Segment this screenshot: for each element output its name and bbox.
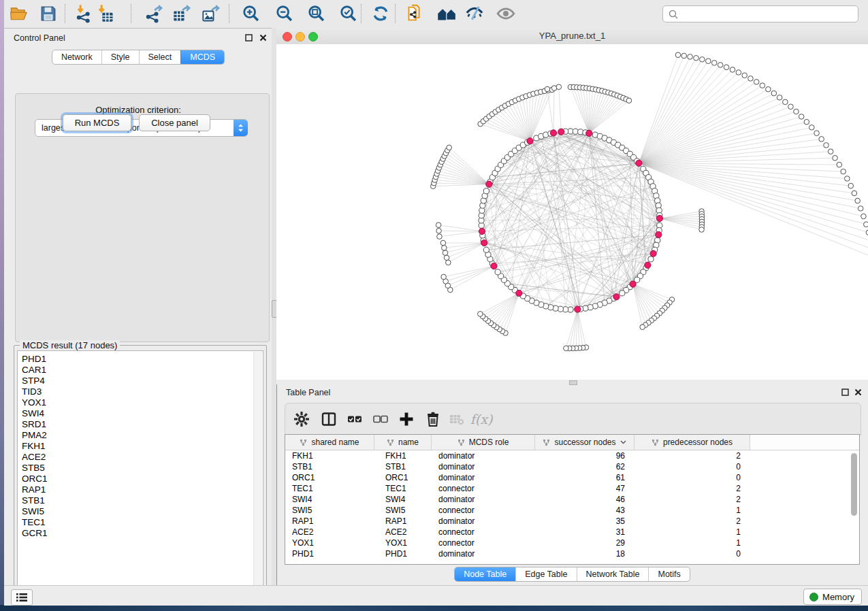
delete-columns-button[interactable]	[422, 408, 444, 430]
graph-leaf-node[interactable]	[809, 125, 815, 131]
graph-leaf-node[interactable]	[845, 176, 850, 182]
table-row[interactable]: RAP1RAP1dominator352	[285, 516, 859, 527]
tab-style[interactable]: Style	[101, 50, 139, 64]
graph-leaf-node[interactable]	[788, 104, 794, 110]
table-row[interactable]: SWI5SWI5connector431	[285, 505, 859, 516]
table-row[interactable]: ACE2ACE2connector311	[285, 527, 859, 538]
mcds-list-scrollbar[interactable]	[253, 352, 262, 593]
graph-leaf-node[interactable]	[783, 99, 788, 105]
mcds-result-item[interactable]: FKH1	[18, 441, 263, 452]
network-canvas[interactable]	[276, 44, 868, 380]
graph-leaf-node[interactable]	[855, 198, 861, 203]
graph-hub-node[interactable]	[481, 240, 487, 246]
first-neighbors-button[interactable]	[436, 2, 459, 25]
mcds-result-item[interactable]: STB5	[18, 463, 263, 474]
run-mcds-button[interactable]: Run MCDS	[63, 114, 131, 131]
mcds-result-item[interactable]: SWI5	[18, 506, 263, 517]
graph-leaf-node[interactable]	[819, 137, 824, 142]
import-table-button[interactable]	[94, 2, 117, 25]
function-builder-button[interactable]: f(x)	[470, 408, 492, 430]
graph-leaf-node[interactable]	[833, 155, 838, 161]
close-panel-button[interactable]: Close panel	[139, 114, 210, 131]
tab-node-table[interactable]: Node Table	[455, 567, 515, 581]
graph-leaf-node[interactable]	[837, 162, 842, 167]
tab-network[interactable]: Network	[52, 50, 101, 64]
graph-leaf-node[interactable]	[718, 63, 723, 68]
graph-hub-node[interactable]	[650, 250, 656, 257]
graph-hub-node[interactable]	[575, 306, 581, 312]
graph-leaf-node[interactable]	[760, 83, 765, 88]
graph-leaf-node[interactable]	[711, 61, 717, 66]
graph-hub-node[interactable]	[636, 160, 642, 166]
mcds-result-item[interactable]: TEC1	[18, 517, 263, 528]
mcds-result-item[interactable]: STB1	[18, 495, 263, 506]
toggle-column-panel-button[interactable]	[318, 408, 340, 430]
table-row[interactable]: SWI4SWI4dominator462	[285, 494, 859, 505]
network-window-titlebar[interactable]: YPA_prune.txt_1	[276, 28, 868, 45]
delete-table-button[interactable]	[446, 408, 468, 430]
table-options-button[interactable]	[291, 408, 312, 430]
graph-leaf-node[interactable]	[442, 246, 447, 251]
table-row[interactable]: ORC1ORC1dominator610	[285, 472, 859, 483]
table-row[interactable]: STB1STB1dominator620	[285, 461, 859, 472]
mcds-result-item[interactable]: RAP1	[18, 484, 263, 495]
graph-leaf-node[interactable]	[771, 90, 777, 96]
mcds-result-item[interactable]: YOX1	[18, 397, 263, 408]
graph-leaf-node[interactable]	[828, 149, 833, 154]
export-image-button[interactable]	[199, 2, 223, 25]
graph-leaf-node[interactable]	[754, 80, 759, 85]
graph-leaf-node[interactable]	[724, 65, 729, 70]
graph-hub-node[interactable]	[479, 228, 485, 234]
memory-button[interactable]: Memory	[803, 589, 862, 605]
close-panel-icon[interactable]	[853, 387, 863, 397]
mcds-result-item[interactable]: PMA2	[18, 430, 263, 441]
graph-leaf-node[interactable]	[777, 95, 782, 101]
graph-node[interactable]	[483, 188, 489, 194]
zoom-selected-button[interactable]	[337, 2, 360, 25]
search-input[interactable]	[681, 7, 858, 21]
graph-hub-node[interactable]	[516, 290, 522, 296]
graph-hub-node[interactable]	[527, 138, 533, 144]
graph-leaf-node[interactable]	[766, 86, 771, 92]
graph-leaf-node[interactable]	[441, 274, 447, 280]
mcds-result-item[interactable]: SWI4	[18, 408, 263, 419]
graph-node[interactable]	[495, 269, 500, 275]
graph-hub-node[interactable]	[656, 215, 662, 221]
graph-leaf-node[interactable]	[814, 131, 820, 136]
graph-leaf-node[interactable]	[436, 228, 442, 233]
graph-hub-node[interactable]	[558, 129, 564, 135]
table-row[interactable]: FKH1FKH1dominator962	[285, 450, 859, 461]
create-column-button[interactable]	[396, 408, 417, 430]
float-panel-icon[interactable]	[244, 33, 253, 42]
graph-leaf-node[interactable]	[440, 240, 446, 246]
graph-node[interactable]	[648, 257, 654, 262]
graph-leaf-node[interactable]	[688, 54, 693, 60]
graph-leaf-node[interactable]	[742, 73, 748, 78]
graph-leaf-node[interactable]	[864, 222, 868, 227]
graph-hub-node[interactable]	[586, 130, 592, 136]
table-row[interactable]: TEC1TEC1connector472	[285, 483, 859, 494]
tab-mcds[interactable]: MCDS	[180, 50, 224, 64]
graph-leaf-node[interactable]	[799, 114, 804, 120]
refresh-button[interactable]	[369, 2, 392, 25]
tab-select[interactable]: Select	[139, 50, 181, 64]
mcds-result-item[interactable]: GCR1	[18, 528, 263, 539]
hide-all-columns-button[interactable]	[370, 408, 391, 430]
graph-leaf-node[interactable]	[736, 70, 741, 76]
graph-node[interactable]	[620, 291, 625, 296]
mcds-result-item[interactable]: TID3	[18, 386, 263, 397]
graph-leaf-node[interactable]	[804, 119, 809, 125]
graph-hub-node[interactable]	[630, 281, 636, 287]
column-header-predecessor-nodes[interactable]: predecessor nodes	[634, 435, 750, 450]
mcds-result-item[interactable]: ACE2	[18, 452, 263, 463]
task-history-button[interactable]	[11, 589, 33, 606]
graph-leaf-node[interactable]	[730, 67, 735, 73]
hide-selected-button[interactable]	[463, 2, 486, 25]
mcds-result-item[interactable]: SRD1	[18, 419, 263, 430]
mcds-result-list[interactable]: PHD1CAR1STP4TID3YOX1SWI4SRD1PMA2FKH1ACE2…	[17, 350, 263, 595]
graph-leaf-node[interactable]	[626, 98, 632, 103]
graph-leaf-node[interactable]	[841, 169, 846, 174]
zoom-out-button[interactable]	[273, 2, 296, 25]
mcds-result-item[interactable]: ORC1	[18, 474, 263, 484]
tab-edge-table[interactable]: Edge Table	[515, 567, 576, 581]
